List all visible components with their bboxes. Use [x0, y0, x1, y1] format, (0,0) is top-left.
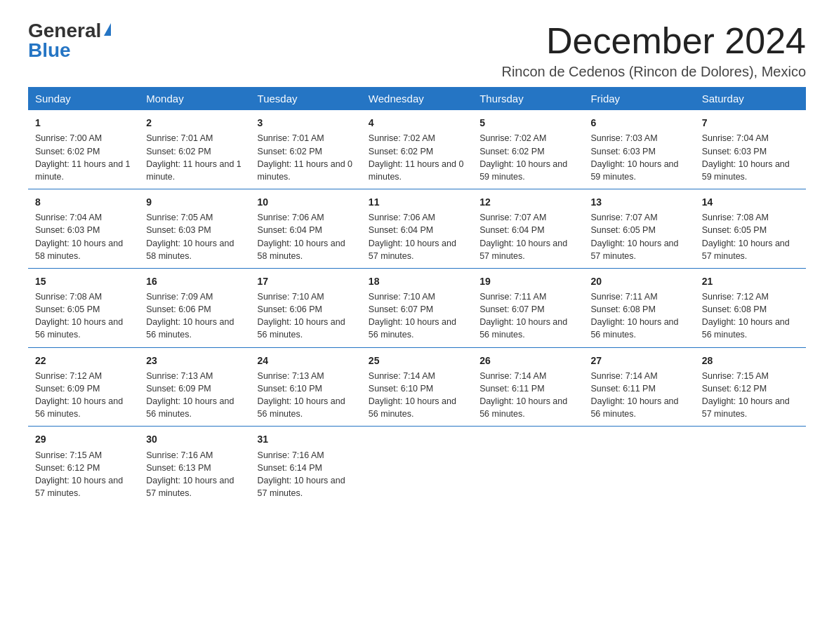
- day-number: 10: [258, 195, 355, 209]
- day-info: Sunrise: 7:12 AMSunset: 6:09 PMDaylight:…: [35, 370, 132, 421]
- day-number: 4: [369, 116, 465, 130]
- calendar-cell: 22Sunrise: 7:12 AMSunset: 6:09 PMDayligh…: [28, 347, 139, 427]
- day-info: Sunrise: 7:14 AMSunset: 6:10 PMDaylight:…: [369, 370, 465, 421]
- day-info: Sunrise: 7:10 AMSunset: 6:06 PMDaylight:…: [258, 290, 355, 342]
- day-number: 2: [146, 116, 243, 130]
- day-info: Sunrise: 7:07 AMSunset: 6:04 PMDaylight:…: [479, 211, 576, 262]
- day-number: 5: [479, 116, 576, 130]
- day-number: 14: [702, 195, 799, 209]
- logo-general: General: [28, 21, 111, 41]
- calendar-cell: 5Sunrise: 7:02 AMSunset: 6:02 PMDaylight…: [472, 110, 583, 189]
- calendar-cell: [472, 427, 583, 505]
- calendar-cell: 17Sunrise: 7:10 AMSunset: 6:06 PMDayligh…: [251, 268, 362, 347]
- day-info: Sunrise: 7:14 AMSunset: 6:11 PMDaylight:…: [590, 370, 687, 421]
- day-info: Sunrise: 7:16 AMSunset: 6:14 PMDaylight:…: [258, 449, 355, 500]
- calendar-cell: 7Sunrise: 7:04 AMSunset: 6:03 PMDaylight…: [695, 110, 806, 189]
- logo-triangle-icon: [104, 23, 111, 36]
- day-number: 12: [479, 195, 576, 209]
- day-number: 3: [258, 116, 355, 130]
- day-number: 1: [35, 116, 132, 130]
- calendar-cell: [362, 427, 472, 505]
- day-info: Sunrise: 7:12 AMSunset: 6:08 PMDaylight:…: [702, 290, 799, 342]
- day-info: Sunrise: 7:15 AMSunset: 6:12 PMDaylight:…: [702, 370, 799, 421]
- day-number: 25: [369, 354, 465, 368]
- day-number: 17: [258, 274, 355, 288]
- header-friday: Friday: [583, 87, 694, 110]
- day-info: Sunrise: 7:06 AMSunset: 6:04 PMDaylight:…: [369, 211, 465, 262]
- day-info: Sunrise: 7:06 AMSunset: 6:04 PMDaylight:…: [258, 211, 355, 262]
- day-info: Sunrise: 7:11 AMSunset: 6:08 PMDaylight:…: [590, 290, 687, 342]
- day-number: 7: [702, 116, 799, 130]
- calendar-cell: 9Sunrise: 7:05 AMSunset: 6:03 PMDaylight…: [139, 189, 250, 268]
- day-number: 29: [35, 432, 132, 446]
- day-info: Sunrise: 7:08 AMSunset: 6:05 PMDaylight:…: [702, 211, 799, 262]
- logo: General Blue: [28, 21, 111, 60]
- calendar-cell: 26Sunrise: 7:14 AMSunset: 6:11 PMDayligh…: [472, 347, 583, 427]
- day-info: Sunrise: 7:04 AMSunset: 6:03 PMDaylight:…: [35, 211, 132, 262]
- calendar-cell: 30Sunrise: 7:16 AMSunset: 6:13 PMDayligh…: [139, 427, 250, 505]
- day-info: Sunrise: 7:13 AMSunset: 6:10 PMDaylight:…: [258, 370, 355, 421]
- calendar-cell: 27Sunrise: 7:14 AMSunset: 6:11 PMDayligh…: [583, 347, 694, 427]
- day-info: Sunrise: 7:10 AMSunset: 6:07 PMDaylight:…: [369, 290, 465, 342]
- calendar-cell: 3Sunrise: 7:01 AMSunset: 6:02 PMDaylight…: [251, 110, 362, 189]
- calendar-cell: 20Sunrise: 7:11 AMSunset: 6:08 PMDayligh…: [583, 268, 694, 347]
- page-header: General Blue December 2024 Rincon de Ced…: [28, 21, 806, 80]
- calendar-cell: 1Sunrise: 7:00 AMSunset: 6:02 PMDaylight…: [28, 110, 139, 189]
- day-number: 11: [369, 195, 465, 209]
- day-number: 15: [35, 274, 132, 288]
- day-number: 19: [479, 274, 576, 288]
- calendar-cell: 11Sunrise: 7:06 AMSunset: 6:04 PMDayligh…: [362, 189, 472, 268]
- calendar-table: SundayMondayTuesdayWednesdayThursdayFrid…: [28, 87, 806, 505]
- day-info: Sunrise: 7:04 AMSunset: 6:03 PMDaylight:…: [702, 132, 799, 183]
- day-number: 18: [369, 274, 465, 288]
- day-info: Sunrise: 7:14 AMSunset: 6:11 PMDaylight:…: [479, 370, 576, 421]
- day-number: 20: [590, 274, 687, 288]
- calendar-cell: 23Sunrise: 7:13 AMSunset: 6:09 PMDayligh…: [139, 347, 250, 427]
- logo-text-blue: Blue: [28, 41, 111, 60]
- day-info: Sunrise: 7:03 AMSunset: 6:03 PMDaylight:…: [590, 132, 687, 183]
- calendar-cell: 8Sunrise: 7:04 AMSunset: 6:03 PMDaylight…: [28, 189, 139, 268]
- calendar-header-row: SundayMondayTuesdayWednesdayThursdayFrid…: [28, 87, 806, 110]
- header-tuesday: Tuesday: [251, 87, 362, 110]
- logo-text-general: General: [28, 21, 101, 41]
- header-thursday: Thursday: [472, 87, 583, 110]
- header-saturday: Saturday: [695, 87, 806, 110]
- day-number: 8: [35, 195, 132, 209]
- calendar-cell: 12Sunrise: 7:07 AMSunset: 6:04 PMDayligh…: [472, 189, 583, 268]
- day-info: Sunrise: 7:05 AMSunset: 6:03 PMDaylight:…: [146, 211, 243, 262]
- day-info: Sunrise: 7:08 AMSunset: 6:05 PMDaylight:…: [35, 290, 132, 342]
- day-number: 27: [590, 354, 687, 368]
- calendar-week-4: 22Sunrise: 7:12 AMSunset: 6:09 PMDayligh…: [28, 347, 806, 427]
- calendar-cell: 18Sunrise: 7:10 AMSunset: 6:07 PMDayligh…: [362, 268, 472, 347]
- header-wednesday: Wednesday: [362, 87, 472, 110]
- calendar-cell: 6Sunrise: 7:03 AMSunset: 6:03 PMDaylight…: [583, 110, 694, 189]
- title-area: December 2024 Rincon de Cedenos (Rincon …: [501, 21, 806, 80]
- month-title: December 2024: [501, 21, 806, 61]
- day-info: Sunrise: 7:16 AMSunset: 6:13 PMDaylight:…: [146, 449, 243, 500]
- day-info: Sunrise: 7:15 AMSunset: 6:12 PMDaylight:…: [35, 449, 132, 500]
- header-monday: Monday: [139, 87, 250, 110]
- day-number: 31: [258, 432, 355, 446]
- day-number: 23: [146, 354, 243, 368]
- day-info: Sunrise: 7:11 AMSunset: 6:07 PMDaylight:…: [479, 290, 576, 342]
- calendar-cell: 24Sunrise: 7:13 AMSunset: 6:10 PMDayligh…: [251, 347, 362, 427]
- day-info: Sunrise: 7:02 AMSunset: 6:02 PMDaylight:…: [479, 132, 576, 183]
- calendar-cell: [583, 427, 694, 505]
- day-number: 28: [702, 354, 799, 368]
- calendar-cell: [695, 427, 806, 505]
- calendar-cell: 19Sunrise: 7:11 AMSunset: 6:07 PMDayligh…: [472, 268, 583, 347]
- calendar-cell: 25Sunrise: 7:14 AMSunset: 6:10 PMDayligh…: [362, 347, 472, 427]
- calendar-cell: 14Sunrise: 7:08 AMSunset: 6:05 PMDayligh…: [695, 189, 806, 268]
- day-number: 21: [702, 274, 799, 288]
- day-number: 9: [146, 195, 243, 209]
- calendar-cell: 15Sunrise: 7:08 AMSunset: 6:05 PMDayligh…: [28, 268, 139, 347]
- calendar-week-2: 8Sunrise: 7:04 AMSunset: 6:03 PMDaylight…: [28, 189, 806, 268]
- day-number: 24: [258, 354, 355, 368]
- calendar-cell: 29Sunrise: 7:15 AMSunset: 6:12 PMDayligh…: [28, 427, 139, 505]
- day-info: Sunrise: 7:07 AMSunset: 6:05 PMDaylight:…: [590, 211, 687, 262]
- day-number: 13: [590, 195, 687, 209]
- calendar-cell: 2Sunrise: 7:01 AMSunset: 6:02 PMDaylight…: [139, 110, 250, 189]
- calendar-cell: 13Sunrise: 7:07 AMSunset: 6:05 PMDayligh…: [583, 189, 694, 268]
- day-info: Sunrise: 7:13 AMSunset: 6:09 PMDaylight:…: [146, 370, 243, 421]
- location-subtitle: Rincon de Cedenos (Rincon de Dolores), M…: [501, 64, 806, 80]
